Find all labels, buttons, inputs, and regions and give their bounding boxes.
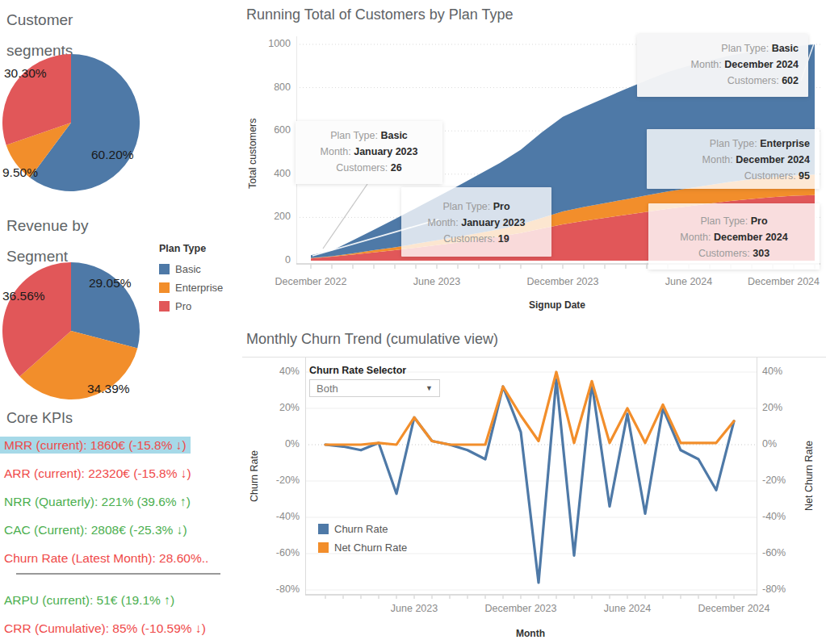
pie2-label-pro: 36.56% (2, 289, 45, 303)
dashboard: Customer segments 30.30% 60.20% 9.50% Re… (0, 0, 826, 644)
pie1-label-basic: 60.20% (91, 148, 134, 162)
legend-item-basic[interactable]: Basic (159, 260, 240, 278)
dropdown-value: Both (317, 383, 338, 395)
tooltip-row: Plan Type: Pro (411, 199, 542, 215)
legend-label: Churn Rate (334, 523, 388, 535)
tooltip-row: Customers: 26 (305, 160, 433, 176)
tooltip-row: Month: January 2023 (305, 144, 433, 160)
chart2-ytick-right: 0% (762, 438, 811, 450)
chart2-ytick-right: -80% (762, 583, 811, 595)
kpi-title: Core KPIs (6, 410, 73, 427)
tooltip-row: Plan Type: Enterprise (656, 136, 810, 152)
churn-rate-selector-dropdown[interactable]: Both ▼ (309, 379, 440, 397)
legend-swatch (318, 524, 329, 534)
tooltip-row: Month: January 2023 (411, 215, 542, 231)
tooltip-pro-dec2024: Plan Type: ProMonth: December 2024Custom… (648, 203, 820, 270)
chart2-ytick-left: -80% (242, 583, 300, 595)
chart2-title: Monthly Churn Trend (cumulative view) (246, 331, 498, 348)
legend-item-net-churn-rate[interactable]: Net Churn Rate (318, 538, 407, 557)
kpi-item-2[interactable]: NRR (Quarterly): 221% (39.6% ↑) (0, 495, 195, 509)
kpi-text: NRR (Quarterly): 221% (39.6% ↑) (0, 493, 195, 510)
chart1-title: Running Total of Customers by Plan Type (246, 6, 514, 23)
chart1-x-axis-title: Signup Date (529, 299, 585, 311)
tooltip-pro-jan2023: Plan Type: ProMonth: January 2023Custome… (401, 187, 551, 257)
tooltip-row: Customers: 303 (658, 245, 810, 261)
pie1-label-enterprise: 9.50% (2, 165, 38, 180)
chart2-ytick-right: -40% (762, 511, 811, 522)
tooltip-basic-jan2023: Plan Type: BasicMonth: January 2023Custo… (296, 121, 442, 184)
kpi-item-5[interactable]: ARPU (current): 51€ (19.1% ↑) (0, 593, 178, 608)
chart2-xtick: December 2023 (485, 603, 557, 614)
tooltip-row: Plan Type: Pro (658, 213, 810, 229)
chart1-ytick: 600 (242, 124, 291, 136)
kpi-item-4[interactable]: Churn Rate (Latest Month): 28.60%.. (0, 551, 212, 566)
chart2-xtick: June 2024 (604, 603, 651, 614)
churn-rate-selector-label: Churn Rate Selector (309, 365, 406, 376)
chart2-ytick-left: -40% (242, 511, 300, 522)
pie1-label-pro: 30.30% (4, 66, 47, 81)
chart1-xtick: December 2022 (275, 276, 347, 287)
legend-swatch (159, 264, 170, 274)
tooltip-row: Month: December 2024 (647, 56, 799, 73)
legend-item-enterprise[interactable]: Enterprise (159, 278, 240, 297)
chart1-xtick: December 2023 (527, 276, 599, 287)
kpi-item-6[interactable]: CRR (Cumulative): 85% (-10.59% ↓) (0, 621, 210, 636)
chart2-xtick: December 2024 (698, 603, 770, 614)
tooltip-row: Customers: 95 (656, 168, 810, 184)
chevron-down-icon: ▼ (426, 384, 433, 392)
legend-item-churn-rate[interactable]: Churn Rate (318, 520, 407, 538)
kpi-item-0[interactable]: MRR (current): 1860€ (-15.8% ↓) (0, 438, 191, 453)
legend-label: Pro (175, 300, 191, 312)
legend-item-pro[interactable]: Pro (159, 297, 240, 316)
tooltip-row: Customers: 602 (647, 73, 799, 89)
legend-swatch (159, 301, 170, 312)
chart2-x-axis-title: Month (516, 628, 545, 639)
legend-label: Enterprise (175, 282, 223, 294)
tooltip-row: Customers: 19 (411, 231, 542, 247)
kpi-text: Churn Rate (Latest Month): 28.60%.. (0, 550, 212, 567)
legend-title: Plan Type (159, 243, 240, 254)
tooltip-enterprise-dec2024: Plan Type: EnterpriseMonth: December 202… (647, 129, 820, 189)
chart2-ytick-left: -60% (242, 547, 300, 558)
tooltip-row: Month: December 2024 (658, 229, 810, 245)
chart1-ytick: 200 (242, 211, 291, 222)
tooltip-row: Month: December 2024 (656, 152, 810, 168)
chart1-ytick: 0 (242, 254, 291, 266)
chart1-ytick: 400 (242, 168, 291, 179)
kpi-text: ARPU (current): 51€ (19.1% ↑) (0, 592, 178, 608)
kpi-text: ARR (current): 22320€ (-15.8% ↓) (0, 465, 195, 482)
chart2-ytick-left: 20% (242, 402, 300, 413)
kpi-text: CAC (Current): 2808€ (-25.3% ↓) (0, 521, 191, 538)
chart2-xtick: June 2023 (391, 603, 438, 614)
tooltip-row: Plan Type: Basic (647, 40, 799, 56)
chart2-ytick-left: 40% (242, 366, 300, 377)
tooltip-basic-dec2024: Plan Type: BasicMonth: December 2024Cust… (637, 34, 808, 97)
chart1-xtick: June 2024 (665, 276, 712, 287)
legend-swatch (159, 282, 170, 293)
tooltip-row: Plan Type: Basic (305, 128, 433, 144)
chart2-legend: Churn RateNet Churn Rate (318, 520, 407, 557)
chart1-ytick: 800 (242, 82, 291, 93)
legend-label: Basic (175, 263, 201, 275)
plan-type-legend: Plan Type BasicEnterprisePro (159, 243, 240, 316)
kpi-text: CRR (Cumulative): 85% (-10.59% ↓) (0, 620, 210, 637)
pie2-label-basic: 29.05% (89, 276, 132, 291)
chart2-ytick-right: 40% (762, 366, 811, 377)
kpi-scroll-divider (16, 573, 220, 575)
chart1-y-axis-title: Total customers (247, 81, 258, 226)
chart2-ytick-left: 0% (242, 438, 300, 450)
legend-label: Net Churn Rate (334, 542, 407, 554)
chart1-xtick: December 2024 (748, 276, 820, 287)
chart2-ytick-left: -20% (242, 475, 300, 486)
legend-swatch (318, 542, 329, 553)
kpi-text: MRR (current): 1860€ (-15.8% ↓) (0, 437, 191, 454)
chart1-ytick: 1000 (242, 38, 291, 49)
chart2-ytick-right: -20% (762, 475, 811, 486)
chart2-ytick-right: 20% (762, 402, 811, 413)
kpi-item-3[interactable]: CAC (Current): 2808€ (-25.3% ↓) (0, 523, 191, 537)
kpi-item-1[interactable]: ARR (current): 22320€ (-15.8% ↓) (0, 466, 195, 481)
chart1-xtick: June 2023 (413, 276, 460, 287)
pie2-label-enterprise: 34.39% (87, 382, 130, 396)
chart2-ytick-right: -60% (762, 547, 811, 558)
